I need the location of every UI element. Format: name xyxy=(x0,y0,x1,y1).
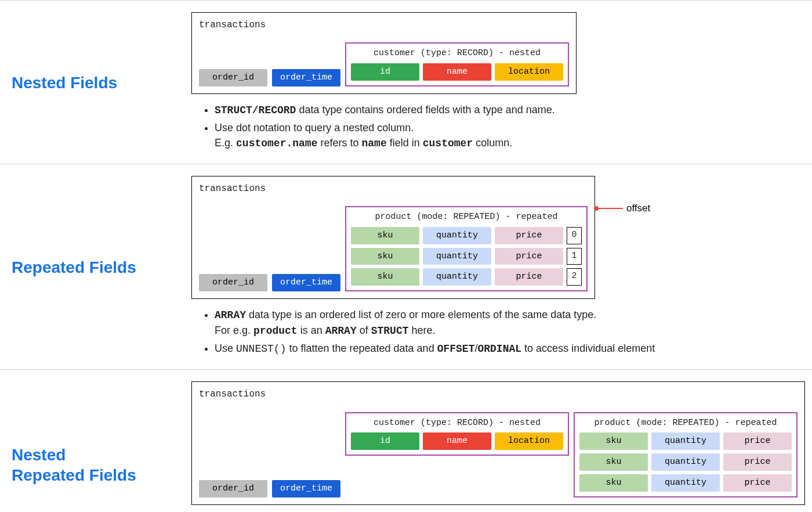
col-location: location xyxy=(495,63,563,81)
col-quantity: quantity xyxy=(651,432,720,450)
repeated-row: sku quantity price 1 xyxy=(351,248,582,265)
repeated-row: sku quantity price 2 xyxy=(351,268,582,286)
section-content: transactions order_id order_time product… xyxy=(191,176,800,359)
col-sku: sku xyxy=(579,474,648,492)
section-nested-repeated: Nested Repeated Fields transactions orde… xyxy=(0,369,812,512)
kw-struct: STRUCT xyxy=(371,325,409,337)
kw-product: product xyxy=(253,325,298,337)
text: of xyxy=(357,324,371,336)
col-sku: sku xyxy=(351,227,419,244)
repeated-row: sku quantity price xyxy=(579,453,792,471)
text: is an xyxy=(298,324,325,336)
repeated-label: product (mode: REPEATED) - repeated xyxy=(351,211,582,223)
kw-struct: STRUCT/RECORD xyxy=(215,104,296,116)
nested-group: customer (type: RECORD) - nested id name… xyxy=(345,412,569,456)
col-order-id: order_id xyxy=(199,274,267,291)
text: here. xyxy=(409,324,436,336)
col-quantity: quantity xyxy=(651,474,720,492)
col-order-id: order_id xyxy=(199,69,267,86)
col-price: price xyxy=(723,432,792,450)
bullet: Use dot notation to query a nested colum… xyxy=(215,120,800,151)
text: column. xyxy=(473,137,512,149)
repeated-group: product (mode: REPEATED) - repeated sku … xyxy=(345,206,588,291)
bullet-list: STRUCT/RECORD data type contains ordered… xyxy=(191,102,800,151)
diagram-box: transactions order_id order_time product… xyxy=(191,176,595,299)
col-id: id xyxy=(351,432,419,450)
col-quantity: quantity xyxy=(423,268,491,286)
callout-line-icon xyxy=(595,208,623,209)
diagram-table-name: transactions xyxy=(199,388,798,401)
section-content: transactions order_id order_time custome… xyxy=(191,381,805,512)
kw-customer-name: customer.name xyxy=(236,138,317,149)
bullet-list: ARRAY data type is an ordered list of ze… xyxy=(191,307,800,356)
offset-cell: 2 xyxy=(567,268,582,286)
text: Use xyxy=(215,342,236,354)
nested-label: customer (type: RECORD) - nested xyxy=(351,47,563,60)
section-repeated: Repeated Fields transactions order_id or… xyxy=(0,164,812,369)
col-price: price xyxy=(495,268,563,286)
col-location: location xyxy=(495,432,563,450)
diagram-wrap: transactions order_id order_time product… xyxy=(191,176,595,307)
offset-cell: 0 xyxy=(567,227,582,244)
col-order-time: order_time xyxy=(272,480,340,497)
col-sku: sku xyxy=(579,432,648,450)
text: For e.g. xyxy=(215,324,253,336)
text: to flatten the repeated data and xyxy=(286,342,437,354)
text: E.g. xyxy=(215,137,236,149)
col-price: price xyxy=(495,227,563,244)
col-price: price xyxy=(723,474,792,492)
offset-callout: offset xyxy=(595,201,650,216)
diagram-table-name: transactions xyxy=(199,19,569,32)
section-title: Repeated Fields xyxy=(12,257,136,277)
text: to access individual element xyxy=(521,342,655,354)
diagram-box: transactions order_id order_time custome… xyxy=(191,381,805,504)
diagram-table-name: transactions xyxy=(199,182,588,196)
section-title: Nested Fields xyxy=(12,73,117,93)
col-sku: sku xyxy=(579,453,648,471)
text: refers to xyxy=(317,137,361,149)
diagram-row: order_id order_time customer (type: RECO… xyxy=(199,42,569,86)
nested-group: customer (type: RECORD) - nested id name… xyxy=(345,42,569,86)
repeated-label: product (mode: REPEATED) - repeated xyxy=(579,417,792,430)
section-title: Nested Repeated Fields xyxy=(12,445,136,485)
kw-name: name xyxy=(362,138,387,149)
col-name: name xyxy=(423,63,491,81)
diagram-row: order_id order_time product (mode: REPEA… xyxy=(199,206,588,291)
kw-array2: ARRAY xyxy=(325,325,357,337)
kw-array: ARRAY xyxy=(215,309,246,321)
nested-cols: id name location xyxy=(351,432,563,450)
text: data type contains ordered fields with a… xyxy=(296,104,554,116)
col-quantity: quantity xyxy=(423,248,491,265)
section-title-wrap: Nested Repeated Fields xyxy=(12,381,174,512)
bullet: Use UNNEST() to flatten the repeated dat… xyxy=(215,341,800,356)
kw-ordinal: ORDINAL xyxy=(477,343,521,355)
col-id: id xyxy=(351,63,419,81)
repeated-row: sku quantity price xyxy=(579,474,792,492)
col-sku: sku xyxy=(351,268,419,286)
section-content: transactions order_id order_time custome… xyxy=(191,12,800,153)
kw-offset: OFFSET xyxy=(437,343,475,355)
kw-customer: customer xyxy=(423,138,473,149)
callout-text: offset xyxy=(626,201,650,216)
col-name: name xyxy=(423,432,491,450)
text: field in xyxy=(387,137,423,149)
bullet: STRUCT/RECORD data type contains ordered… xyxy=(215,102,800,118)
col-price: price xyxy=(723,453,792,471)
bullet: ARRAY data type is an ordered list of ze… xyxy=(215,307,800,338)
col-price: price xyxy=(495,248,563,265)
callout-dot-icon xyxy=(594,206,599,211)
text: data type is an ordered list of zero or … xyxy=(246,309,596,320)
offset-cell: 1 xyxy=(567,248,582,265)
repeated-row: sku quantity price 0 xyxy=(351,227,582,244)
nested-label: customer (type: RECORD) - nested xyxy=(351,417,563,430)
section-nested: Nested Fields transactions order_id orde… xyxy=(0,0,812,164)
kw-unnest: UNNEST() xyxy=(236,343,286,355)
col-order-time: order_time xyxy=(272,69,340,86)
col-order-time: order_time xyxy=(272,274,340,291)
repeated-row: sku quantity price xyxy=(579,432,792,450)
section-title-wrap: Repeated Fields xyxy=(12,176,174,359)
col-order-id: order_id xyxy=(199,480,267,497)
col-quantity: quantity xyxy=(423,227,491,244)
col-quantity: quantity xyxy=(651,453,720,471)
nested-cols: id name location xyxy=(351,63,563,81)
